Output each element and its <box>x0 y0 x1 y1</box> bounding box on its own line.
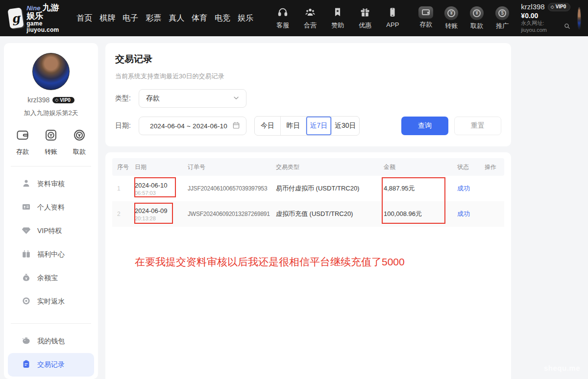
col-status: 状态 <box>454 158 482 176</box>
table-header-row: 序号 日期 订单号 交易类型 金额 状态 操作 <box>112 158 504 176</box>
magnifier-icon[interactable] <box>564 23 570 31</box>
col-date: 日期 <box>132 158 185 176</box>
sidebar-item-bets[interactable]: 投注记录 <box>8 377 94 379</box>
nav-slots[interactable]: 电子 <box>122 13 138 24</box>
deposit-button[interactable]: 存款 <box>416 6 436 30</box>
sidebar-item-yuebao[interactable]: 余额宝 <box>8 266 94 290</box>
row-action <box>482 176 504 201</box>
range-today-button[interactable]: 今日 <box>255 117 280 135</box>
page-title: 交易记录 <box>115 53 501 66</box>
transfer-button[interactable]: ¥ 转账 <box>441 6 461 30</box>
nav-lottery[interactable]: 彩票 <box>146 13 161 24</box>
vip-badge: ◇VIP0 <box>548 3 571 11</box>
divider <box>11 323 91 324</box>
join-days-text: 加入九游娱乐第2天 <box>4 109 98 118</box>
sidebar-item-audit[interactable]: 资料审核 <box>8 172 94 196</box>
col-type: 交易类型 <box>273 158 381 176</box>
row-no: 1 <box>112 176 132 201</box>
col-action: 操作 <box>482 158 504 176</box>
logo-card-icon: g <box>7 7 24 29</box>
sidebar-item-vip[interactable]: VIP特权 <box>8 219 94 243</box>
transfer-button[interactable]: 转账 <box>44 128 58 156</box>
withdraw-icon <box>73 128 86 144</box>
quick-range-group: 今日 昨日 近7日 近30日 <box>254 116 360 136</box>
col-amount: 金额 <box>381 158 454 176</box>
service-button[interactable]: 客服 <box>272 7 294 30</box>
coin-icon: $ <box>495 6 509 20</box>
range-yesterday-button[interactable]: 昨日 <box>280 117 306 135</box>
username: krzl398 <box>521 2 544 12</box>
row-status[interactable]: 成功 <box>454 176 482 201</box>
withdraw-button[interactable]: 取款 <box>73 128 86 156</box>
deposit-button[interactable]: 存款 <box>16 128 29 156</box>
app-button[interactable]: APP <box>382 7 403 30</box>
site-logo[interactable]: g Nine九游娱乐 game jiuyou.com <box>9 3 64 33</box>
diamond-icon: ◇ <box>55 97 58 102</box>
filter-card: 交易记录 当前系统支持查询最近30日的交易记录 类型: 存款 日期: 2024-… <box>105 43 511 146</box>
promo-button[interactable]: 优惠 <box>354 7 376 30</box>
transaction-file-icon <box>22 359 31 370</box>
row-order-no: JJSF202406100657039397953 <box>185 176 273 201</box>
bookmark-icon <box>332 7 343 20</box>
logo-domain: jiuyou.com <box>26 26 59 33</box>
row-amount: 4,887.95元 <box>381 176 454 201</box>
logo-nine: Nine <box>26 4 40 12</box>
header-user-info: krzl398 ◇VIP0 ¥0.00 永久网址: jiuyou.com <box>521 2 570 34</box>
person-audit-icon <box>22 179 31 190</box>
transactions-table: 序号 日期 订单号 交易类型 金额 状态 操作 1 2024-06-10 06:… <box>112 158 504 227</box>
watermark: shequ.me <box>544 364 580 372</box>
row-date: 2024-06-10 06:57:03 <box>132 176 185 201</box>
coin-icon: ¥ <box>470 6 484 20</box>
withdraw-button[interactable]: ¥ 取款 <box>467 6 487 30</box>
date-range-input[interactable]: 2024-06-04 ~ 2024-06-10 <box>139 117 246 135</box>
main-content: 交易记录 当前系统支持查询最近30日的交易记录 类型: 存款 日期: 2024-… <box>105 43 511 379</box>
page-subtitle: 当前系统支持查询最近30日的交易记录 <box>115 72 501 81</box>
wallet-icon <box>418 6 433 19</box>
range-7days-button[interactable]: 近7日 <box>306 117 331 135</box>
range-30days-button[interactable]: 近30日 <box>331 117 359 135</box>
sidebar-item-rebate[interactable]: 实时返水 <box>8 290 94 313</box>
sidebar: krzl398 ◇VIP0 加入九游娱乐第2天 存款 转账 取款 资料审核 <box>4 43 98 379</box>
sponsor-button[interactable]: 赞助 <box>327 7 348 30</box>
nav-sports[interactable]: 体育 <box>192 13 207 24</box>
sidebar-quick-actions: 存款 转账 取款 <box>4 128 98 156</box>
row-date: 2024-06-09 20:13:28 <box>132 201 185 227</box>
rebate-icon <box>22 296 31 307</box>
sidebar-menu: 资料审核 个人资料 VIP特权 福利中心 余额宝 实时返水 <box>4 169 98 313</box>
search-button[interactable]: 查询 <box>401 117 448 135</box>
col-order: 订单号 <box>185 158 273 176</box>
avatar[interactable] <box>577 7 581 29</box>
avatar[interactable] <box>32 53 70 90</box>
type-label: 类型: <box>115 94 139 103</box>
reset-button[interactable]: 重置 <box>454 117 501 135</box>
referral-button[interactable]: $ 推广 <box>492 6 512 30</box>
nav-chess[interactable]: 棋牌 <box>99 13 115 24</box>
nav-entertainment[interactable]: 娱乐 <box>238 13 253 24</box>
sidebar-item-transactions[interactable]: 交易记录 <box>8 353 94 377</box>
partners-button[interactable]: 合营 <box>299 7 321 30</box>
vip-badge: ◇VIP0 <box>52 97 74 103</box>
sidebar-item-wallet[interactable]: 我的钱包 <box>8 330 94 353</box>
calendar-icon <box>232 121 240 131</box>
red-annotation-text: 在要我提交资料审核以后我还是很相信平台继续充值了5000 <box>135 255 405 269</box>
type-select[interactable]: 存款 <box>139 89 246 108</box>
nav-esports[interactable]: 电竞 <box>215 13 230 24</box>
gem-icon <box>22 226 31 237</box>
money-bag-icon <box>22 273 31 284</box>
sidebar-item-welfare[interactable]: 福利中心 <box>8 243 94 266</box>
table-row: 2 2024-06-09 20:13:28 JWSF20240609201328… <box>112 201 504 227</box>
deposit-wallet-icon <box>16 128 29 144</box>
id-card-icon <box>22 202 31 213</box>
headset-icon <box>277 7 288 20</box>
gift-icon <box>360 7 370 20</box>
phone-icon <box>387 7 398 20</box>
row-status[interactable]: 成功 <box>454 201 482 227</box>
col-no: 序号 <box>112 158 132 176</box>
permanent-url: 永久网址: jiuyou.com <box>521 20 562 34</box>
nav-live[interactable]: 真人 <box>169 13 184 24</box>
welfare-gift-icon <box>22 249 31 260</box>
sidebar-item-profile[interactable]: 个人资料 <box>8 196 94 219</box>
nav-home[interactable]: 首页 <box>76 13 92 24</box>
piggy-bank-icon <box>22 336 31 347</box>
top-header: g Nine九游娱乐 game jiuyou.com 首页 棋牌 电子 彩票 真… <box>0 0 588 36</box>
